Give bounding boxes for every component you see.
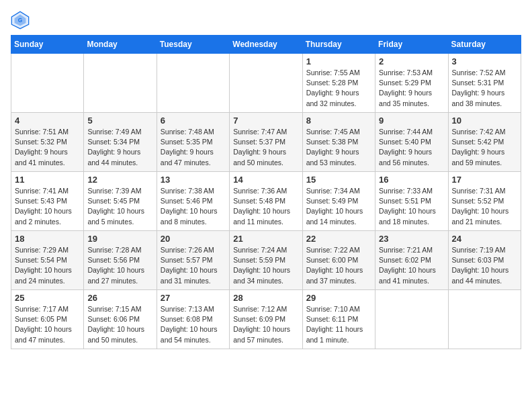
day-number: 8 <box>306 116 371 126</box>
calendar-cell: 22Sunrise: 7:22 AM Sunset: 6:00 PM Dayli… <box>302 231 375 290</box>
day-info: Sunrise: 7:49 AM Sunset: 5:34 PM Dayligh… <box>87 127 152 168</box>
calendar-cell: 15Sunrise: 7:34 AM Sunset: 5:49 PM Dayli… <box>302 172 375 231</box>
weekday-header-wednesday: Wednesday <box>230 36 302 54</box>
svg-text:G: G <box>18 17 23 24</box>
calendar-header: SundayMondayTuesdayWednesdayThursdayFrid… <box>11 36 521 54</box>
day-number: 26 <box>87 293 152 303</box>
day-info: Sunrise: 7:53 AM Sunset: 5:29 PM Dayligh… <box>379 68 444 109</box>
weekday-header-thursday: Thursday <box>302 36 375 54</box>
weekday-header-friday: Friday <box>375 36 448 54</box>
day-info: Sunrise: 7:45 AM Sunset: 5:38 PM Dayligh… <box>306 127 371 168</box>
logo-icon: G <box>11 11 30 30</box>
calendar-cell: 25Sunrise: 7:17 AM Sunset: 6:05 PM Dayli… <box>11 290 84 349</box>
day-info: Sunrise: 7:39 AM Sunset: 5:45 PM Dayligh… <box>87 186 152 227</box>
day-number: 15 <box>306 175 371 185</box>
weekday-header-saturday: Saturday <box>448 36 521 54</box>
weekday-header-monday: Monday <box>84 36 157 54</box>
calendar-cell: 21Sunrise: 7:24 AM Sunset: 5:59 PM Dayli… <box>230 231 302 290</box>
week-row-1: 1Sunrise: 7:55 AM Sunset: 5:28 PM Daylig… <box>11 54 521 113</box>
day-info: Sunrise: 7:48 AM Sunset: 5:35 PM Dayligh… <box>161 127 226 168</box>
day-info: Sunrise: 7:26 AM Sunset: 5:57 PM Dayligh… <box>161 245 226 286</box>
day-number: 4 <box>15 116 80 126</box>
calendar-cell: 14Sunrise: 7:36 AM Sunset: 5:48 PM Dayli… <box>230 172 302 231</box>
calendar-cell: 17Sunrise: 7:31 AM Sunset: 5:52 PM Dayli… <box>448 172 521 231</box>
calendar-cell <box>84 54 157 113</box>
week-row-2: 4Sunrise: 7:51 AM Sunset: 5:32 PM Daylig… <box>11 113 521 172</box>
calendar-cell: 6Sunrise: 7:48 AM Sunset: 5:35 PM Daylig… <box>157 113 229 172</box>
day-number: 12 <box>87 175 152 185</box>
day-info: Sunrise: 7:51 AM Sunset: 5:32 PM Dayligh… <box>15 127 80 168</box>
day-number: 19 <box>87 234 152 244</box>
day-number: 27 <box>161 293 226 303</box>
day-number: 23 <box>379 234 444 244</box>
calendar-cell: 19Sunrise: 7:28 AM Sunset: 5:56 PM Dayli… <box>84 231 157 290</box>
day-info: Sunrise: 7:44 AM Sunset: 5:40 PM Dayligh… <box>379 127 444 168</box>
calendar-cell: 16Sunrise: 7:33 AM Sunset: 5:51 PM Dayli… <box>375 172 448 231</box>
day-number: 18 <box>15 234 80 244</box>
calendar-cell: 8Sunrise: 7:45 AM Sunset: 5:38 PM Daylig… <box>302 113 375 172</box>
day-info: Sunrise: 7:42 AM Sunset: 5:42 PM Dayligh… <box>452 127 517 168</box>
day-info: Sunrise: 7:21 AM Sunset: 6:02 PM Dayligh… <box>379 245 444 286</box>
calendar-cell: 23Sunrise: 7:21 AM Sunset: 6:02 PM Dayli… <box>375 231 448 290</box>
calendar-cell <box>448 290 521 349</box>
weekday-header-row: SundayMondayTuesdayWednesdayThursdayFrid… <box>11 36 521 54</box>
day-info: Sunrise: 7:41 AM Sunset: 5:43 PM Dayligh… <box>15 186 80 227</box>
day-info: Sunrise: 7:52 AM Sunset: 5:31 PM Dayligh… <box>452 68 517 109</box>
calendar-cell <box>230 54 302 113</box>
calendar-cell: 7Sunrise: 7:47 AM Sunset: 5:37 PM Daylig… <box>230 113 302 172</box>
calendar-cell: 29Sunrise: 7:10 AM Sunset: 6:11 PM Dayli… <box>302 290 375 349</box>
weekday-header-sunday: Sunday <box>11 36 84 54</box>
day-number: 11 <box>15 175 80 185</box>
day-number: 13 <box>161 175 226 185</box>
week-row-5: 25Sunrise: 7:17 AM Sunset: 6:05 PM Dayli… <box>11 290 521 349</box>
day-number: 17 <box>452 175 517 185</box>
calendar-cell <box>375 290 448 349</box>
calendar-cell: 20Sunrise: 7:26 AM Sunset: 5:57 PM Dayli… <box>157 231 229 290</box>
day-number: 10 <box>452 116 517 126</box>
day-info: Sunrise: 7:24 AM Sunset: 5:59 PM Dayligh… <box>233 245 298 286</box>
day-info: Sunrise: 7:55 AM Sunset: 5:28 PM Dayligh… <box>306 68 371 109</box>
day-info: Sunrise: 7:28 AM Sunset: 5:56 PM Dayligh… <box>87 245 152 286</box>
day-info: Sunrise: 7:17 AM Sunset: 6:05 PM Dayligh… <box>15 304 80 345</box>
calendar-cell: 28Sunrise: 7:12 AM Sunset: 6:09 PM Dayli… <box>230 290 302 349</box>
calendar-cell: 10Sunrise: 7:42 AM Sunset: 5:42 PM Dayli… <box>448 113 521 172</box>
day-number: 22 <box>306 234 371 244</box>
calendar-cell: 1Sunrise: 7:55 AM Sunset: 5:28 PM Daylig… <box>302 54 375 113</box>
calendar-cell: 5Sunrise: 7:49 AM Sunset: 5:34 PM Daylig… <box>84 113 157 172</box>
day-info: Sunrise: 7:34 AM Sunset: 5:49 PM Dayligh… <box>306 186 371 227</box>
day-info: Sunrise: 7:47 AM Sunset: 5:37 PM Dayligh… <box>233 127 298 168</box>
calendar-cell: 18Sunrise: 7:29 AM Sunset: 5:54 PM Dayli… <box>11 231 84 290</box>
day-number: 1 <box>306 56 371 66</box>
day-number: 25 <box>15 293 80 303</box>
calendar-cell: 9Sunrise: 7:44 AM Sunset: 5:40 PM Daylig… <box>375 113 448 172</box>
day-info: Sunrise: 7:15 AM Sunset: 6:06 PM Dayligh… <box>87 304 152 345</box>
day-info: Sunrise: 7:10 AM Sunset: 6:11 PM Dayligh… <box>306 304 371 345</box>
calendar-table: SundayMondayTuesdayWednesdayThursdayFrid… <box>11 35 521 349</box>
logo: G <box>11 11 32 30</box>
day-number: 24 <box>452 234 517 244</box>
day-number: 29 <box>306 293 371 303</box>
day-info: Sunrise: 7:12 AM Sunset: 6:09 PM Dayligh… <box>233 304 298 345</box>
day-number: 6 <box>161 116 226 126</box>
day-number: 3 <box>452 56 517 66</box>
page-header: G <box>11 11 521 30</box>
day-info: Sunrise: 7:36 AM Sunset: 5:48 PM Dayligh… <box>233 186 298 227</box>
day-number: 7 <box>233 116 298 126</box>
calendar-body: 1Sunrise: 7:55 AM Sunset: 5:28 PM Daylig… <box>11 54 521 349</box>
calendar-cell <box>11 54 84 113</box>
day-info: Sunrise: 7:31 AM Sunset: 5:52 PM Dayligh… <box>452 186 517 227</box>
calendar-cell: 2Sunrise: 7:53 AM Sunset: 5:29 PM Daylig… <box>375 54 448 113</box>
calendar-cell: 4Sunrise: 7:51 AM Sunset: 5:32 PM Daylig… <box>11 113 84 172</box>
calendar-cell: 3Sunrise: 7:52 AM Sunset: 5:31 PM Daylig… <box>448 54 521 113</box>
day-number: 16 <box>379 175 444 185</box>
calendar-cell: 24Sunrise: 7:19 AM Sunset: 6:03 PM Dayli… <box>448 231 521 290</box>
calendar-cell: 13Sunrise: 7:38 AM Sunset: 5:46 PM Dayli… <box>157 172 229 231</box>
calendar-cell: 12Sunrise: 7:39 AM Sunset: 5:45 PM Dayli… <box>84 172 157 231</box>
day-info: Sunrise: 7:38 AM Sunset: 5:46 PM Dayligh… <box>161 186 226 227</box>
day-number: 14 <box>233 175 298 185</box>
day-number: 2 <box>379 56 444 66</box>
day-info: Sunrise: 7:22 AM Sunset: 6:00 PM Dayligh… <box>306 245 371 286</box>
day-number: 5 <box>87 116 152 126</box>
calendar-cell: 26Sunrise: 7:15 AM Sunset: 6:06 PM Dayli… <box>84 290 157 349</box>
week-row-3: 11Sunrise: 7:41 AM Sunset: 5:43 PM Dayli… <box>11 172 521 231</box>
